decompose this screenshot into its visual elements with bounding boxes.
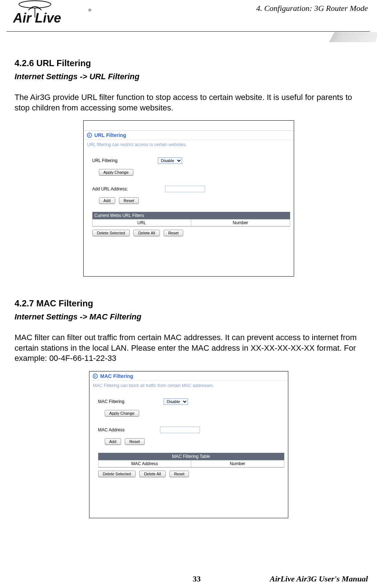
desc-url: The Air3G provide URL filter function to… (15, 92, 362, 113)
main-content: 4.2.6 URL Filtering Internet Settings ->… (0, 58, 377, 518)
svg-text:Air Live: Air Live (13, 11, 61, 25)
add-url-input[interactable] (165, 186, 205, 192)
reset-button[interactable]: Reset (125, 438, 145, 445)
delete-selected-button[interactable]: Delete Selected (98, 471, 136, 477)
page-header: Air Live ® 4. Configuration: 3G Router M… (0, 0, 377, 40)
panel-subtitle-url: URL filtering can restrict access to cer… (84, 140, 294, 152)
breadcrumb-mac: Internet Settings -> MAC Filtering (15, 312, 362, 322)
mac-filtering-select[interactable]: Disable (164, 398, 188, 405)
header-shadow (273, 32, 377, 42)
manual-title: AirLive Air3G User's Manual (270, 574, 368, 584)
col-mac: MAC Address (99, 460, 192, 467)
reset-button[interactable]: Reset (119, 197, 139, 204)
panel-header-mac: MAC Filtering (89, 371, 288, 381)
screenshot-url-filtering: URL Filtering URL filtering can restrict… (15, 120, 362, 277)
svg-text:®: ® (88, 8, 91, 12)
reset-table-button[interactable]: Reset (164, 230, 184, 236)
arrow-icon (92, 373, 98, 379)
col-number: Number (191, 220, 290, 226)
add-button[interactable]: Add (105, 438, 121, 445)
delete-all-button[interactable]: Delete All (133, 230, 160, 236)
page-number: 33 (193, 574, 201, 584)
add-url-label: Add URL Address: (92, 186, 165, 192)
section-heading-url: 4.2.6 URL Filtering (15, 58, 362, 68)
url-filtering-select[interactable]: Disable (158, 157, 182, 164)
apply-change-button[interactable]: Apply Change (105, 410, 139, 416)
chapter-title: 4. Configuration: 3G Router Mode (256, 4, 368, 13)
url-table-columns: URL Number (92, 219, 290, 227)
mac-address-input[interactable] (160, 427, 200, 433)
panel-title: MAC Filtering (100, 373, 133, 379)
add-button[interactable]: Add (99, 197, 116, 204)
section-heading-mac: 4.2.7 MAC Filtering (15, 298, 362, 309)
logo: Air Live ® (7, 0, 94, 30)
header-divider (7, 31, 370, 32)
col-number: Number (191, 460, 284, 467)
delete-selected-button[interactable]: Delete Selected (92, 230, 130, 236)
panel-header-url: URL Filtering (84, 131, 294, 140)
page-footer: 33 AirLive Air3G User's Manual (0, 574, 368, 584)
screenshot-mac-filtering: MAC Filtering MAC Filtering can block al… (15, 371, 362, 518)
apply-change-button[interactable]: Apply Change (99, 169, 133, 176)
breadcrumb-url: Internet Settings -> URL Filtering (15, 72, 362, 81)
col-url: URL (93, 220, 192, 226)
reset-table-button[interactable]: Reset (169, 471, 189, 477)
desc-mac: MAC filter can filter out traffic from c… (15, 333, 362, 364)
mac-table-columns: MAC Address Number (98, 460, 284, 468)
panel-title: URL Filtering (95, 132, 127, 138)
mac-table-header: MAC Filtering Table (98, 453, 284, 460)
panel-subtitle-mac: MAC Filtering can block all traffic from… (89, 381, 288, 393)
url-table-header: Current Webs URL Filters (92, 212, 290, 219)
delete-all-button[interactable]: Delete All (139, 471, 165, 477)
arrow-icon (87, 132, 92, 138)
mac-address-label: MAC Address (98, 427, 160, 432)
url-filtering-label: URL Filtering (92, 158, 158, 163)
mac-filtering-label: MAC Filtering (98, 399, 164, 404)
